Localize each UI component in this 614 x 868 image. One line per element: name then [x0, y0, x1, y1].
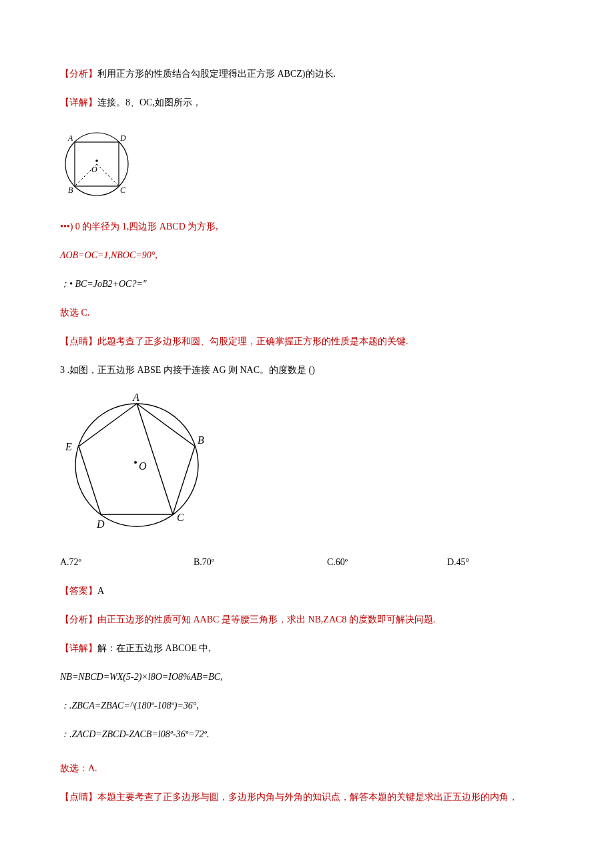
p1-step-b: ΛOB=OC=1,NBOC=90°, [60, 248, 554, 262]
svg-text:A: A [67, 133, 73, 143]
svg-text:D: D [96, 518, 105, 530]
q3-s2: ：.ZBCA=ZBAC=^(180º-108º)=36°, [60, 699, 554, 713]
q3-note: 【点睛】本题主要考查了正多边形与圆，多边形内角与外角的知识点，解答本题的关键是求… [60, 790, 554, 804]
p1-step-a: •••) 0 的半径为 1,四边形 ABCD 为方形, [60, 220, 554, 234]
svg-text:O: O [91, 165, 97, 174]
figure-square-in-circle: A D B C O [60, 124, 554, 203]
svg-text:B: B [198, 434, 204, 446]
analysis-text: 利用正方形的性质结合勾股定理得出正方形 ABCZ)的边长. [97, 69, 336, 79]
q3-analysis: 【分析】由正五边形的性质可知 AABC 是等腰三角形，求出 NB,ZAC8 的度… [60, 612, 554, 626]
svg-text:B: B [68, 185, 73, 195]
q3-num: 3 [60, 365, 65, 375]
detail-tag-2: 【详解】 [60, 643, 97, 653]
svg-marker-11 [79, 404, 195, 514]
q3-answer: 【答案】A [60, 584, 554, 598]
svg-text:O: O [139, 460, 147, 472]
answer-text: A [97, 586, 104, 596]
q3-s1: NB=NBCD=WX(5-2)×l8O=IO8%AB=BC, [60, 670, 554, 684]
square-circle-svg: A D B C O [60, 124, 133, 203]
detail-text: 连接。8、OC,如图所示， [97, 97, 202, 107]
note-tag-2: 【点睛】 [60, 792, 97, 802]
pentagon-circle-svg: A B C D E O [60, 392, 214, 538]
svg-text:C: C [120, 185, 126, 195]
note-text-2: 本题主要考查了正多边形与圆，多边形内角与外角的知识点，解答本题的关键是求出正五边… [97, 792, 518, 802]
answer-tag: 【答案】 [60, 586, 97, 596]
analysis-tag: 【分析】 [60, 69, 97, 79]
option-a: A.72º [60, 555, 194, 569]
analysis-tag-2: 【分析】 [60, 614, 97, 624]
svg-text:A: A [132, 392, 139, 403]
option-c: C.60º [327, 555, 447, 569]
q3-choose: 故选：A. [60, 761, 554, 775]
p1-choose: 故选 C. [60, 306, 554, 320]
note-text: 此题考查了正多边形和圆、勾股定理，正确掌握正方形的性质是本题的关键. [97, 336, 408, 346]
q3-s3: ：.ZACD=ZBCD-ZACB=l08º-36º=72º. [60, 727, 554, 741]
q3-stem: 3 .如图，正五边形 ABSE 内接于连接 AG 则 NAC。的度数是 () [60, 363, 554, 377]
svg-point-13 [134, 461, 137, 464]
detail-text-2: 解：在正五边形 ABCOE 中, [97, 643, 211, 653]
option-b: B.70º [194, 555, 327, 569]
analysis-text-2: 由正五边形的性质可知 AABC 是等腰三角形，求出 NB,ZAC8 的度数即可解… [97, 614, 435, 624]
svg-point-4 [95, 159, 98, 162]
svg-line-12 [137, 404, 173, 514]
p1-step-c: ；• BC=JoB2+OC?=" [60, 277, 554, 291]
option-d: D.45° [447, 555, 554, 569]
svg-line-3 [97, 164, 119, 186]
p1-note: 【点睛】此题考查了正多边形和圆、勾股定理，正确掌握正方形的性质是本题的关键. [60, 334, 554, 348]
q3-options: A.72º B.70º C.60º D.45° [60, 555, 554, 569]
svg-point-10 [75, 404, 198, 526]
detail-tag: 【详解】 [60, 97, 97, 107]
p1-analysis: 【分析】利用正方形的性质结合勾股定理得出正方形 ABCZ)的边长. [60, 67, 554, 81]
p1-detail: 【详解】连接。8、OC,如图所示， [60, 95, 554, 109]
q3-text: .如图，正五边形 ABSE 内接于连接 AG 则 NAC。的度数是 () [65, 365, 315, 375]
figure-pentagon-in-circle: A B C D E O [60, 392, 554, 538]
svg-text:D: D [119, 133, 126, 143]
q3-detail: 【详解】解：在正五边形 ABCOE 中, [60, 641, 554, 655]
svg-text:E: E [65, 441, 72, 452]
note-tag: 【点睛】 [60, 336, 97, 346]
svg-text:C: C [177, 512, 184, 523]
